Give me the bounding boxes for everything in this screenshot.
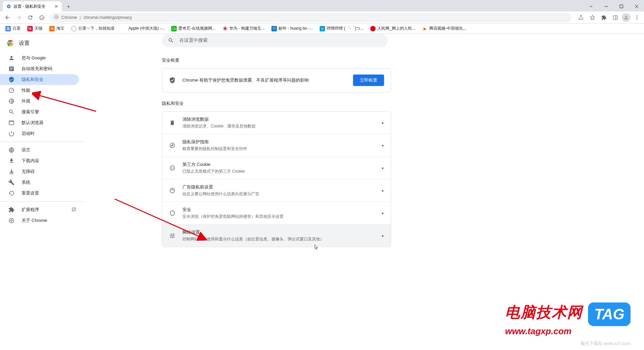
accessibility-icon bbox=[8, 168, 15, 175]
svg-point-27 bbox=[173, 167, 173, 168]
svg-point-12 bbox=[10, 42, 11, 44]
row-security[interactable]: 安全安全浏览（保护您免受危险网站的侵害）和其他安全设置 ▸ bbox=[162, 202, 391, 224]
extensions-icon[interactable] bbox=[599, 12, 609, 23]
settings-header: 设置 bbox=[0, 34, 644, 53]
open-new-icon bbox=[71, 207, 76, 213]
svg-point-25 bbox=[170, 166, 175, 170]
home-button[interactable] bbox=[36, 12, 47, 23]
sidebar-item-performance[interactable]: 性能 bbox=[0, 85, 79, 96]
bookmark-item[interactable]: 人民网_网上的人民... bbox=[368, 24, 418, 33]
bookmark-item[interactable]: 百度一下，你就知道 bbox=[68, 24, 117, 33]
chevron-right-icon: ▸ bbox=[382, 143, 384, 148]
row-privacy-guide[interactable]: 隐私保护指南检查重要的隐私控制设置和安全控件 ▸ bbox=[162, 134, 391, 156]
svg-point-30 bbox=[170, 188, 175, 193]
cookie-icon bbox=[169, 165, 176, 171]
restore-icon bbox=[8, 190, 15, 197]
svg-point-3 bbox=[56, 16, 57, 18]
shield-outline-icon bbox=[169, 210, 176, 216]
svg-point-21 bbox=[9, 218, 14, 223]
tune-icon bbox=[169, 232, 176, 239]
bookmark-item[interactable]: tv哔哩哔哩 (゜-゜)つ... bbox=[317, 24, 366, 33]
row-third-party-cookies[interactable]: 第三方 Cookie已阻止无痕模式下的第三方 Cookie ▸ bbox=[162, 156, 391, 179]
bookmark-item[interactable]: ❀华为 - 构建万物互... bbox=[219, 24, 267, 33]
bookmark-item[interactable]: ▶腾讯视频-中国领先... bbox=[419, 24, 469, 33]
bookmark-item[interactable]: iQI爱奇艺-在线视频网... bbox=[169, 24, 218, 33]
profile-avatar[interactable] bbox=[622, 13, 631, 22]
bookmark-item[interactable]: Apple (中国大陆) -... bbox=[119, 24, 167, 33]
chrome-logo-icon bbox=[7, 39, 14, 47]
search-icon bbox=[8, 109, 15, 115]
window-dropdown-icon[interactable] bbox=[583, 1, 598, 11]
site-icon: ❀ bbox=[222, 26, 228, 31]
autofill-icon bbox=[8, 65, 15, 72]
sidebar-item-system[interactable]: 系统 bbox=[0, 177, 79, 188]
sidebar-item-downloads[interactable]: 下载内容 bbox=[0, 155, 79, 166]
chevron-right-icon: ▸ bbox=[382, 211, 384, 215]
svg-point-22 bbox=[11, 220, 12, 222]
maximize-button[interactable] bbox=[614, 1, 629, 11]
settings-title: 设置 bbox=[19, 40, 30, 47]
sidebar-item-autofill[interactable]: 自动填充和密码 bbox=[0, 63, 79, 74]
watermark-small: 极光下载站 www.xz7.com bbox=[581, 341, 631, 347]
safety-check-button[interactable]: 立即检查 bbox=[353, 75, 384, 86]
sidebar-item-privacy[interactable]: 隐私和安全 bbox=[0, 74, 79, 85]
row-site-settings[interactable]: 网站设置控制网站可以使用和显示什么信息（如位置信息、摄像头、弹出式窗口及其他） … bbox=[162, 224, 391, 247]
bookmark-item[interactable]: 当百度 bbox=[3, 24, 23, 33]
chrome-icon bbox=[8, 217, 15, 224]
power-icon bbox=[8, 130, 15, 137]
bookmark-item[interactable]: O邮件 - huang bo -... bbox=[269, 24, 316, 33]
share-icon[interactable] bbox=[576, 12, 586, 23]
chevron-right-icon: ▸ bbox=[382, 166, 384, 170]
bookmarks-bar: 当百度 猫天猫 淘淘宝 百度一下，你就知道 Apple (中国大陆) -... … bbox=[0, 24, 644, 34]
sidebar-item-about[interactable]: 关于 Chrome bbox=[0, 215, 79, 226]
address-bar[interactable]: Chrome | chrome://settings/privacy bbox=[50, 13, 571, 22]
minimize-button[interactable] bbox=[598, 1, 614, 11]
globe-icon bbox=[8, 147, 15, 153]
close-tab-icon[interactable]: ✕ bbox=[54, 4, 58, 9]
bookmark-star-icon[interactable] bbox=[587, 12, 597, 23]
close-window-button[interactable] bbox=[629, 1, 644, 11]
row-ad-privacy[interactable]: 广告隐私权设置自定义要让网站使用什么信息向您展示广告 ▸ bbox=[162, 179, 391, 202]
svg-point-2 bbox=[54, 15, 58, 19]
outlook-icon: O bbox=[271, 26, 277, 31]
shield-icon bbox=[8, 76, 15, 83]
browser-tab[interactable]: 设置 - 隐私和安全 ✕ bbox=[3, 1, 62, 11]
svg-point-26 bbox=[171, 167, 172, 168]
shield-icon bbox=[169, 77, 176, 84]
back-button[interactable] bbox=[2, 12, 13, 23]
section-safety-check-title: 安全检查 bbox=[162, 57, 391, 63]
sidebar-item-appearance[interactable]: 外观 bbox=[0, 96, 79, 107]
sidebar-item-extensions[interactable]: 扩展程序 bbox=[0, 204, 79, 215]
row-clear-browsing-data[interactable]: 清除浏览数据清除浏览记录、Cookie、缓存及其他数据 ▸ bbox=[162, 112, 391, 134]
side-panel-icon[interactable] bbox=[610, 12, 620, 23]
sidebar-item-accessibility[interactable]: 无障碍 bbox=[0, 166, 79, 177]
svg-point-29 bbox=[173, 168, 173, 169]
privacy-card: 清除浏览数据清除浏览记录、Cookie、缓存及其他数据 ▸ 隐私保护指南检查重要… bbox=[162, 111, 391, 247]
chrome-icon bbox=[54, 14, 59, 20]
sidebar-item-you-and-google[interactable]: 您与 Google bbox=[0, 53, 79, 63]
svg-point-20 bbox=[11, 169, 12, 170]
sidebar-item-search-engine[interactable]: 搜索引擎 bbox=[0, 107, 79, 117]
menu-icon[interactable] bbox=[632, 12, 642, 23]
cursor-icon bbox=[313, 244, 319, 251]
sidebar-item-default-browser[interactable]: 默认浏览器 bbox=[0, 117, 79, 128]
bookmark-item[interactable]: 淘淘宝 bbox=[47, 24, 67, 33]
bookmark-item[interactable]: 猫天猫 bbox=[25, 24, 45, 33]
new-tab-button[interactable]: + bbox=[64, 2, 73, 11]
svg-marker-24 bbox=[171, 144, 173, 146]
url-text: chrome://settings/privacy bbox=[84, 15, 132, 20]
sidebar-item-on-startup[interactable]: 启动时 bbox=[0, 128, 79, 139]
url-divider: | bbox=[80, 15, 81, 20]
sidebar-item-reset[interactable]: 重置设置 bbox=[0, 188, 79, 199]
sidebar-item-languages[interactable]: 语言 bbox=[0, 145, 79, 155]
svg-rect-16 bbox=[9, 121, 14, 125]
url-scheme: Chrome bbox=[61, 15, 77, 20]
reload-button[interactable] bbox=[25, 12, 36, 23]
gear-icon bbox=[6, 4, 11, 9]
palette-icon bbox=[8, 98, 15, 105]
sidebar-divider bbox=[0, 201, 84, 202]
titlebar: 设置 - 隐私和安全 ✕ + bbox=[0, 0, 644, 11]
forward-button[interactable] bbox=[13, 12, 24, 23]
svg-rect-4 bbox=[613, 16, 617, 19]
svg-point-6 bbox=[637, 16, 638, 17]
